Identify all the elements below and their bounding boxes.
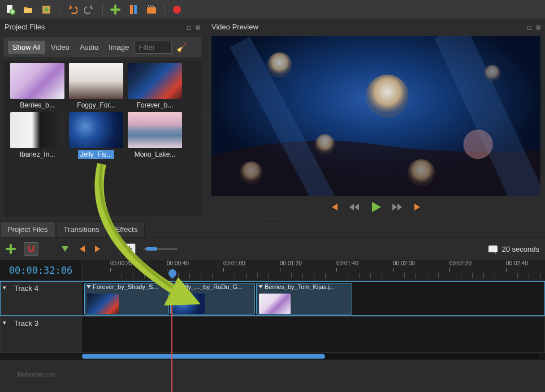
timeline-ruler[interactable]: 00:00:2000:00:4000:01:0000:01:2000:01:40… [82, 260, 545, 281]
ruler-tick-minor [495, 273, 495, 278]
new-file-icon[interactable] [5, 4, 16, 15]
timeline-toolbar: 20 seconds [0, 238, 545, 260]
playhead[interactable] [171, 282, 172, 392]
panel-controls: ◻ ⊠ [184, 23, 200, 31]
next-marker-icon[interactable] [94, 245, 103, 253]
panel-close-icon[interactable]: ⊠ [536, 24, 540, 31]
record-icon[interactable] [171, 4, 183, 15]
thumbnail-image [10, 63, 64, 99]
add-track-icon[interactable] [6, 244, 16, 254]
forward-icon[interactable] [392, 203, 403, 211]
separator [164, 4, 165, 15]
zoom-slider[interactable] [144, 248, 178, 250]
track-lane[interactable]: Forever_by_Shady_S...Jelly_..._by_RaDu_G… [82, 281, 545, 316]
panel-detach-icon[interactable]: ◻ [527, 24, 531, 31]
play-icon[interactable] [370, 201, 382, 213]
video-preview-panel: Video Preview ◻ ⊠ [207, 19, 545, 216]
clapper-icon[interactable] [146, 4, 157, 15]
open-folder-icon[interactable] [23, 4, 34, 15]
ruler-tick-label: 00:02:40 [506, 260, 528, 266]
ruler-tick-minor [540, 273, 540, 278]
expand-icon[interactable]: ▾ [3, 284, 6, 291]
svg-point-14 [240, 161, 262, 184]
track-name: Track 3 [14, 319, 38, 328]
thumbnail-item[interactable]: Ibanez_In... [9, 112, 66, 159]
clear-filter-icon[interactable]: 🧹 [176, 42, 188, 53]
splitter-horizontal[interactable]: ····· [0, 216, 545, 221]
svg-rect-4 [134, 5, 137, 14]
separator [102, 4, 103, 15]
save-icon[interactable] [41, 4, 52, 15]
track-lane[interactable] [82, 316, 545, 353]
jump-end-icon[interactable] [413, 203, 423, 212]
scrollbar-thumb[interactable] [82, 354, 325, 359]
jump-start-icon[interactable] [328, 203, 339, 212]
main-toolbar [0, 0, 545, 19]
ruler-tick-label: 00:01:40 [336, 260, 358, 266]
ruler-tick-minor [529, 273, 529, 278]
thumbnail-label: Ibanez_In... [18, 150, 58, 159]
preview-viewport[interactable] [211, 36, 540, 196]
filter-video[interactable]: Video [46, 41, 74, 54]
thumbnail-item[interactable]: Jelly_Fis... [68, 112, 124, 159]
svg-rect-3 [130, 5, 133, 14]
filter-image[interactable]: Image [104, 41, 133, 54]
project-files-title: Project Files [5, 23, 45, 31]
ruler-tick-label: 00:02:00 [393, 260, 415, 266]
marker-dropdown-icon[interactable] [61, 245, 69, 252]
ruler-tick-label: 00:00:40 [167, 260, 189, 266]
tab-transitions[interactable]: Transitions [57, 221, 107, 237]
svg-point-9 [366, 75, 409, 118]
track-header[interactable]: ▾ Track 4 [0, 281, 82, 316]
tab-effects[interactable]: Effects [108, 221, 145, 237]
filter-input[interactable] [135, 41, 172, 54]
filter-audio[interactable]: Audio [75, 41, 103, 54]
ruler-tick-minor [178, 273, 179, 278]
marker-icon[interactable] [128, 4, 139, 15]
timecode-display: 00:00:32:06 [0, 260, 82, 281]
note-icon[interactable] [488, 245, 498, 252]
track-row: ▾ Track 3 [0, 316, 545, 353]
thumbnail-label: Jelly_Fis... [78, 150, 115, 159]
thumbnail-item[interactable]: Mono_Lake... [127, 112, 183, 159]
ruler-tick-minor [483, 273, 484, 278]
thumbnail-image [69, 112, 123, 148]
video-preview-title: Video Preview [211, 23, 258, 31]
panel-detach-icon[interactable]: ◻ [187, 24, 191, 31]
svg-point-15 [484, 65, 501, 82]
filter-show-all[interactable]: Show All [8, 41, 45, 54]
expand-icon[interactable]: ▾ [3, 319, 6, 326]
clip-thumbnail [259, 294, 291, 314]
tab-project-files[interactable]: Project Files [0, 221, 55, 237]
redo-icon[interactable] [84, 4, 96, 15]
ruler-tick-minor [133, 273, 133, 278]
tracks-area: ▾ Track 4 Forever_by_Shady_S...Jelly_...… [0, 281, 545, 360]
rewind-icon[interactable] [349, 203, 360, 211]
prev-marker-icon[interactable] [77, 245, 86, 253]
ruler-tick-minor [122, 273, 122, 278]
bottom-tabs: Project Files Transitions Effects [0, 221, 545, 238]
undo-icon[interactable] [66, 4, 77, 15]
add-icon[interactable] [110, 4, 121, 15]
ruler-tick-minor [325, 273, 326, 278]
filter-row: Show All Video Audio Image 🧹 [3, 37, 201, 57]
snap-icon[interactable] [24, 242, 38, 256]
timeline-clip[interactable]: Forever_by_Shady_S... [84, 283, 169, 315]
thumbnail-item[interactable]: Forever_b... [127, 63, 183, 110]
ruler-tick-minor [472, 273, 473, 278]
ruler-tick-minor [416, 273, 416, 278]
timeline-clip[interactable]: Berries_by_Tom_Kijas.j... [256, 283, 352, 315]
panel-close-icon[interactable]: ⊠ [196, 24, 200, 31]
ruler-tick-minor [235, 273, 235, 278]
clip-label: Jelly_..._by_RaDu_G... [171, 283, 254, 291]
timeline-clip[interactable]: Jelly_..._by_RaDu_G... [170, 283, 255, 315]
thumbnail-item[interactable]: Berries_b... [9, 63, 66, 110]
thumbnail-item[interactable]: Foggy_For... [68, 63, 124, 110]
track-row: ▾ Track 4 Forever_by_Shady_S...Jelly_...… [0, 281, 545, 316]
track-header[interactable]: ▾ Track 3 [0, 316, 82, 353]
timecode-value: 00:00:32:06 [9, 265, 73, 276]
ruler-tick-minor [370, 273, 371, 278]
watermark-brand: filehorse [17, 370, 42, 378]
clip-label: Berries_by_Tom_Kijas.j... [257, 283, 352, 291]
center-playhead-icon[interactable] [123, 243, 136, 255]
